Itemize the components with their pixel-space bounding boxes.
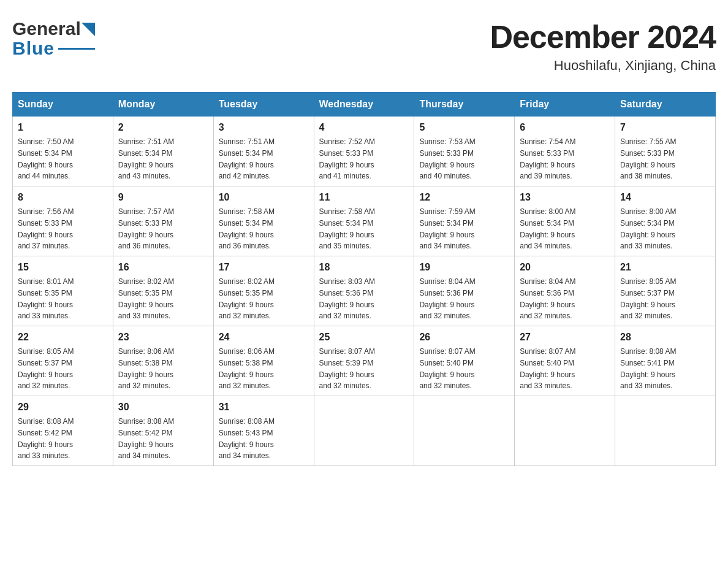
calendar-cell — [314, 396, 414, 466]
day-number: 30 — [118, 400, 208, 415]
day-number: 15 — [18, 260, 108, 275]
calendar-cell: 17Sunrise: 8:02 AMSunset: 5:35 PMDayligh… — [213, 256, 314, 326]
day-number: 18 — [319, 260, 409, 275]
calendar-cell: 24Sunrise: 8:06 AMSunset: 5:38 PMDayligh… — [213, 326, 314, 396]
weekday-header: Tuesday — [213, 93, 314, 117]
day-info: Sunrise: 8:07 AMSunset: 5:40 PMDaylight:… — [520, 347, 575, 390]
calendar-week-row: 8Sunrise: 7:56 AMSunset: 5:33 PMDaylight… — [13, 186, 716, 256]
day-number: 20 — [520, 260, 610, 275]
day-info: Sunrise: 7:58 AMSunset: 5:34 PMDaylight:… — [219, 207, 275, 250]
logo-triangle-icon — [82, 23, 95, 36]
title-block: December 2024 Huoshilafu, Xinjiang, Chin… — [490, 18, 716, 74]
day-info: Sunrise: 8:04 AMSunset: 5:36 PMDaylight:… — [520, 277, 575, 320]
calendar-cell: 12Sunrise: 7:59 AMSunset: 5:34 PMDayligh… — [414, 186, 515, 256]
day-info: Sunrise: 8:08 AMSunset: 5:41 PMDaylight:… — [620, 347, 676, 390]
day-number: 26 — [419, 330, 509, 345]
day-info: Sunrise: 8:06 AMSunset: 5:38 PMDaylight:… — [219, 347, 275, 390]
day-info: Sunrise: 8:00 AMSunset: 5:34 PMDaylight:… — [520, 207, 575, 250]
day-info: Sunrise: 8:07 AMSunset: 5:40 PMDaylight:… — [419, 347, 475, 390]
weekday-header: Saturday — [615, 93, 716, 117]
day-number: 27 — [520, 330, 610, 345]
day-info: Sunrise: 7:56 AMSunset: 5:33 PMDaylight:… — [18, 207, 74, 250]
weekday-header: Monday — [113, 93, 213, 117]
calendar-cell: 9Sunrise: 7:57 AMSunset: 5:33 PMDaylight… — [113, 186, 213, 256]
day-info: Sunrise: 8:02 AMSunset: 5:35 PMDaylight:… — [118, 277, 174, 320]
day-info: Sunrise: 8:06 AMSunset: 5:38 PMDaylight:… — [118, 347, 174, 390]
calendar-cell: 25Sunrise: 8:07 AMSunset: 5:39 PMDayligh… — [314, 326, 414, 396]
day-info: Sunrise: 8:02 AMSunset: 5:35 PMDaylight:… — [219, 277, 275, 320]
calendar-cell: 27Sunrise: 8:07 AMSunset: 5:40 PMDayligh… — [515, 326, 615, 396]
day-number: 8 — [18, 190, 108, 205]
day-number: 6 — [520, 120, 610, 135]
calendar-cell: 28Sunrise: 8:08 AMSunset: 5:41 PMDayligh… — [615, 326, 716, 396]
day-number: 4 — [319, 120, 409, 135]
calendar-cell: 1Sunrise: 7:50 AMSunset: 5:34 PMDaylight… — [13, 117, 113, 186]
day-number: 9 — [118, 190, 208, 205]
day-info: Sunrise: 7:59 AMSunset: 5:34 PMDaylight:… — [419, 207, 475, 250]
calendar-cell: 11Sunrise: 7:58 AMSunset: 5:34 PMDayligh… — [314, 186, 414, 256]
calendar-cell: 21Sunrise: 8:05 AMSunset: 5:37 PMDayligh… — [615, 256, 716, 326]
calendar-cell: 30Sunrise: 8:08 AMSunset: 5:42 PMDayligh… — [113, 396, 213, 466]
day-info: Sunrise: 7:53 AMSunset: 5:33 PMDaylight:… — [419, 137, 475, 180]
day-number: 17 — [219, 260, 309, 275]
calendar-cell: 13Sunrise: 8:00 AMSunset: 5:34 PMDayligh… — [515, 186, 615, 256]
day-info: Sunrise: 8:01 AMSunset: 5:35 PMDaylight:… — [18, 277, 74, 320]
calendar-cell — [615, 396, 716, 466]
calendar-week-row: 15Sunrise: 8:01 AMSunset: 5:35 PMDayligh… — [13, 256, 716, 326]
day-info: Sunrise: 7:50 AMSunset: 5:34 PMDaylight:… — [18, 137, 74, 180]
calendar-cell: 5Sunrise: 7:53 AMSunset: 5:33 PMDaylight… — [414, 117, 515, 186]
calendar-cell: 29Sunrise: 8:08 AMSunset: 5:42 PMDayligh… — [13, 396, 113, 466]
day-info: Sunrise: 8:08 AMSunset: 5:43 PMDaylight:… — [219, 417, 275, 460]
day-info: Sunrise: 8:08 AMSunset: 5:42 PMDaylight:… — [18, 417, 74, 460]
day-info: Sunrise: 7:51 AMSunset: 5:34 PMDaylight:… — [118, 137, 174, 180]
weekday-header: Thursday — [414, 93, 515, 117]
calendar-cell: 31Sunrise: 8:08 AMSunset: 5:43 PMDayligh… — [213, 396, 314, 466]
calendar-week-row: 1Sunrise: 7:50 AMSunset: 5:34 PMDaylight… — [13, 117, 716, 186]
day-number: 25 — [319, 330, 409, 345]
day-number: 19 — [419, 260, 509, 275]
calendar-cell: 4Sunrise: 7:52 AMSunset: 5:33 PMDaylight… — [314, 117, 414, 186]
day-number: 23 — [118, 330, 208, 345]
day-info: Sunrise: 7:58 AMSunset: 5:34 PMDaylight:… — [319, 207, 375, 250]
calendar-cell: 20Sunrise: 8:04 AMSunset: 5:36 PMDayligh… — [515, 256, 615, 326]
day-info: Sunrise: 8:08 AMSunset: 5:42 PMDaylight:… — [118, 417, 174, 460]
logo: General Blue — [12, 18, 95, 59]
day-info: Sunrise: 7:54 AMSunset: 5:33 PMDaylight:… — [520, 137, 575, 180]
calendar-cell: 14Sunrise: 8:00 AMSunset: 5:34 PMDayligh… — [615, 186, 716, 256]
day-number: 10 — [219, 190, 309, 205]
calendar-cell: 6Sunrise: 7:54 AMSunset: 5:33 PMDaylight… — [515, 117, 615, 186]
weekday-header: Sunday — [13, 93, 113, 117]
calendar-cell — [414, 396, 515, 466]
logo-general: General — [12, 18, 81, 39]
calendar-cell: 7Sunrise: 7:55 AMSunset: 5:33 PMDaylight… — [615, 117, 716, 186]
weekday-header: Friday — [515, 93, 615, 117]
day-number: 21 — [620, 260, 710, 275]
day-number: 7 — [620, 120, 710, 135]
day-number: 24 — [219, 330, 309, 345]
day-info: Sunrise: 8:07 AMSunset: 5:39 PMDaylight:… — [319, 347, 375, 390]
day-number: 29 — [18, 400, 108, 415]
month-title: December 2024 — [490, 18, 716, 55]
day-number: 5 — [419, 120, 509, 135]
svg-marker-0 — [82, 23, 95, 36]
day-number: 13 — [520, 190, 610, 205]
calendar-cell: 15Sunrise: 8:01 AMSunset: 5:35 PMDayligh… — [13, 256, 113, 326]
day-info: Sunrise: 7:55 AMSunset: 5:33 PMDaylight:… — [620, 137, 676, 180]
day-number: 28 — [620, 330, 710, 345]
calendar-table: SundayMondayTuesdayWednesdayThursdayFrid… — [12, 92, 716, 466]
day-info: Sunrise: 8:03 AMSunset: 5:36 PMDaylight:… — [319, 277, 375, 320]
calendar-cell: 18Sunrise: 8:03 AMSunset: 5:36 PMDayligh… — [314, 256, 414, 326]
calendar-cell: 10Sunrise: 7:58 AMSunset: 5:34 PMDayligh… — [213, 186, 314, 256]
day-number: 12 — [419, 190, 509, 205]
calendar-cell: 23Sunrise: 8:06 AMSunset: 5:38 PMDayligh… — [113, 326, 213, 396]
day-number: 16 — [118, 260, 208, 275]
day-number: 31 — [219, 400, 309, 415]
calendar-cell: 2Sunrise: 7:51 AMSunset: 5:34 PMDaylight… — [113, 117, 213, 186]
calendar-cell: 19Sunrise: 8:04 AMSunset: 5:36 PMDayligh… — [414, 256, 515, 326]
day-info: Sunrise: 7:57 AMSunset: 5:33 PMDaylight:… — [118, 207, 174, 250]
location-title: Huoshilafu, Xinjiang, China — [490, 58, 716, 74]
calendar-cell: 22Sunrise: 8:05 AMSunset: 5:37 PMDayligh… — [13, 326, 113, 396]
day-info: Sunrise: 8:00 AMSunset: 5:34 PMDaylight:… — [620, 207, 676, 250]
weekday-header: Wednesday — [314, 93, 414, 117]
day-number: 14 — [620, 190, 710, 205]
